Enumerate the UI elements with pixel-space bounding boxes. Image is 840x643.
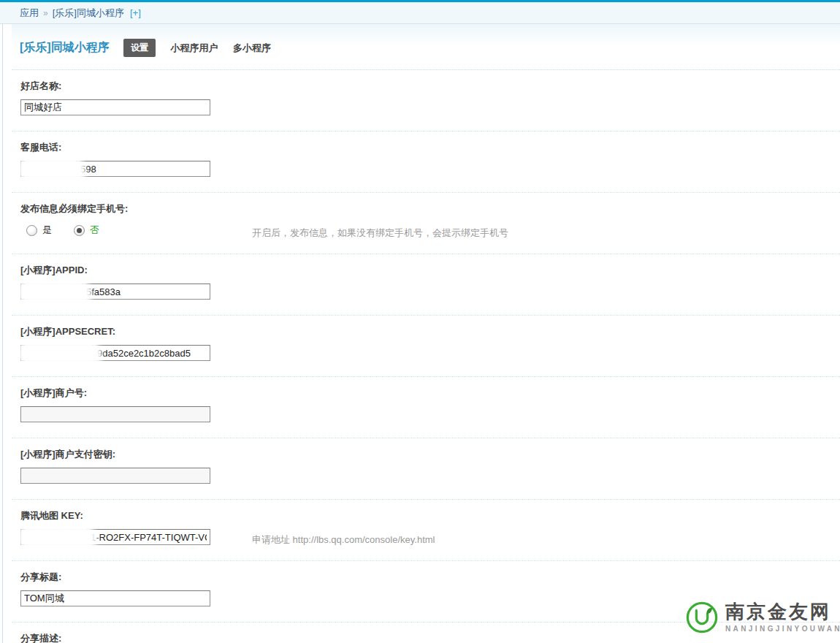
form-row-appid: [小程序]APPID: — [12, 254, 840, 316]
field-hint: 申请地址 http://lbs.qq.com/console/key.html — [252, 533, 435, 547]
form-row-appsecret: [小程序]APPSECRET: — [12, 316, 840, 377]
radio-no[interactable] — [74, 225, 85, 236]
logo-leaf-icon — [685, 599, 719, 634]
breadcrumb-current-link[interactable]: [乐乐]同城小程序 — [53, 7, 124, 18]
shop-name-input[interactable] — [20, 99, 210, 115]
app-header: [乐乐]同城小程序 设置 小程序用户 多小程序 — [12, 24, 840, 70]
field-label: 客服电话: — [20, 141, 840, 154]
field-label: [小程序]APPSECRET: — [20, 325, 840, 338]
panel-left-border — [2, 24, 3, 643]
form-row-service-phone: 客服电话: — [12, 132, 840, 193]
add-tab-link[interactable]: [+] — [130, 7, 141, 18]
breadcrumb: 应用»[乐乐]同城小程序[+] — [0, 2, 840, 24]
form-row-merchant-id: [小程序]商户号: — [12, 377, 840, 438]
form-row-tencent-map-key: 腾讯地图 KEY: 申请地址 http://lbs.qq.com/console… — [12, 500, 840, 561]
tab-mini-program-users[interactable]: 小程序用户 — [171, 42, 218, 55]
field-label: 发布信息必须绑定手机号: — [20, 202, 840, 216]
field-label: [小程序]商户支付密钥: — [20, 448, 840, 461]
merchant-pay-key-input[interactable] — [20, 468, 210, 484]
form-row-require-phone-binding: 发布信息必须绑定手机号: 是 否 开启后，发布信息，如果没有绑定手机号，会提示绑… — [12, 193, 840, 254]
footer-logo: 南京金友网 NANJINGJINYOUWANG — [685, 599, 840, 634]
page-title: [乐乐]同城小程序 — [20, 41, 110, 53]
breadcrumb-separator: » — [43, 8, 48, 18]
breadcrumb-apps-link[interactable]: 应用 — [20, 7, 39, 18]
radio-no-label: 否 — [90, 224, 99, 237]
field-hint: 开启后，发布信息，如果没有绑定手机号，会提示绑定手机号 — [252, 227, 508, 240]
redaction-blur — [22, 343, 95, 362]
logo-subtitle: NANJINGJINYOUWANG — [725, 625, 840, 633]
form-row-shop-name: 好店名称: — [12, 70, 840, 132]
tab-multi-mini-program[interactable]: 多小程序 — [233, 42, 271, 55]
settings-form: 好店名称: 客服电话: 发布信息必须绑定手机号: 是 否 开启后，发布信息，如果… — [12, 70, 840, 643]
field-label: 好店名称: — [20, 80, 840, 93]
redaction-blur — [22, 528, 90, 547]
tab-settings[interactable]: 设置 — [123, 39, 156, 57]
redaction-blur — [22, 282, 85, 301]
share-title-input[interactable] — [20, 590, 210, 606]
form-row-merchant-pay-key: [小程序]商户支付密钥: — [12, 438, 840, 500]
field-label: [小程序]商户号: — [20, 387, 840, 400]
merchant-id-input[interactable] — [20, 406, 210, 422]
field-label: 腾讯地图 KEY: — [20, 509, 840, 522]
field-label: 分享标题: — [20, 571, 840, 584]
logo-text: 南京金友网 NANJINGJINYOUWANG — [725, 601, 840, 633]
logo-name: 南京金友网 — [725, 601, 840, 623]
radio-yes-label: 是 — [42, 224, 52, 237]
field-label: [小程序]APPID: — [20, 264, 840, 277]
redaction-blur — [22, 159, 79, 178]
radio-yes[interactable] — [26, 225, 37, 236]
